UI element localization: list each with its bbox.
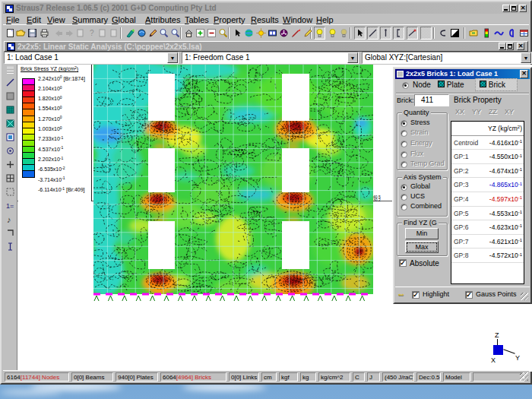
svg-text:1=: 1= (6, 202, 14, 210)
svg-text:?: ? (90, 29, 94, 37)
svg-text:♪: ♪ (7, 215, 11, 224)
